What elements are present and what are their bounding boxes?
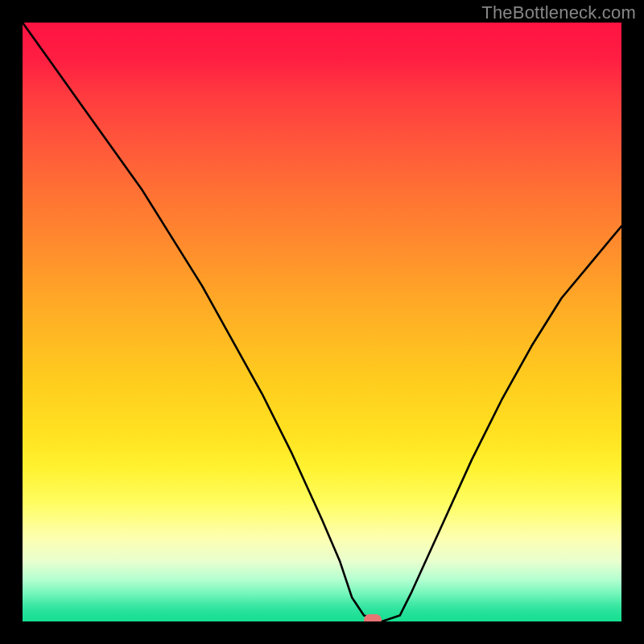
bottleneck-marker (364, 614, 382, 621)
watermark-text: TheBottleneck.com (481, 2, 636, 23)
bottleneck-curve (23, 23, 621, 621)
chart-frame: TheBottleneck.com (0, 0, 644, 644)
plot-area (23, 23, 621, 621)
